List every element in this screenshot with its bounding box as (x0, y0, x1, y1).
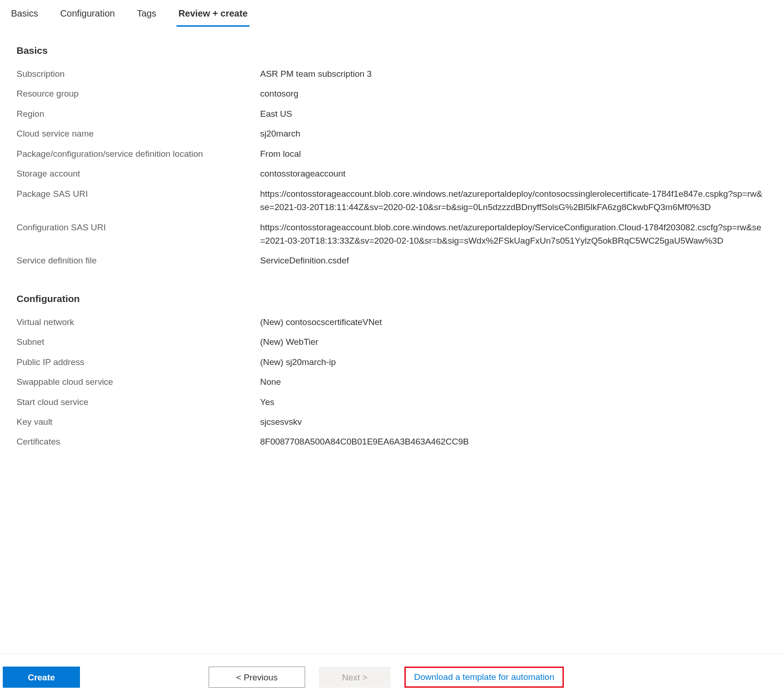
value-region: East US (260, 107, 766, 120)
label-virtual-network: Virtual network (17, 315, 260, 329)
label-package-sas-uri: Package SAS URI (17, 187, 260, 200)
value-service-definition-file: ServiceDefinition.csdef (260, 254, 766, 267)
row-region: Region East US (17, 107, 767, 120)
tab-basics[interactable]: Basics (9, 5, 40, 27)
value-start-cloud-service: Yes (260, 395, 766, 409)
value-subnet: (New) WebTier (260, 335, 766, 348)
next-button: Next > (319, 667, 391, 688)
tab-review-create[interactable]: Review + create (176, 5, 250, 27)
content-area: Basics Subscription ASR PM team subscrip… (0, 27, 784, 474)
row-storage-account: Storage account contosstorageaccount (17, 167, 767, 180)
configuration-section: Configuration Virtual network (New) cont… (17, 293, 767, 449)
row-certificates: Certificates 8F0087708A500A84C0B01E9EA6A… (17, 435, 767, 448)
row-start-cloud-service: Start cloud service Yes (17, 395, 767, 409)
row-configuration-sas-uri: Configuration SAS URI https://contosstor… (17, 221, 767, 248)
row-subscription: Subscription ASR PM team subscription 3 (17, 67, 767, 80)
value-configuration-sas-uri: https://contosstorageaccount.blob.core.w… (260, 221, 766, 248)
label-public-ip-address: Public IP address (17, 355, 260, 369)
value-package-location: From local (260, 147, 766, 160)
value-cloud-service-name: sj20march (260, 127, 766, 140)
create-button[interactable]: Create (3, 667, 80, 688)
value-storage-account: contosstorageaccount (260, 167, 766, 180)
label-service-definition-file: Service definition file (17, 254, 260, 267)
row-resource-group: Resource group contosorg (17, 87, 767, 100)
label-key-vault: Key vault (17, 415, 260, 428)
label-start-cloud-service: Start cloud service (17, 395, 260, 409)
value-subscription: ASR PM team subscription 3 (260, 67, 766, 80)
value-public-ip-address: (New) sj20march-ip (260, 355, 766, 369)
row-package-sas-uri: Package SAS URI https://contosstorageacc… (17, 187, 767, 214)
label-resource-group: Resource group (17, 87, 260, 100)
value-package-sas-uri: https://contosstorageaccount.blob.core.w… (260, 187, 766, 214)
tab-bar: Basics Configuration Tags Review + creat… (0, 0, 784, 27)
label-storage-account: Storage account (17, 167, 260, 180)
label-region: Region (17, 107, 260, 120)
row-cloud-service-name: Cloud service name sj20march (17, 127, 767, 140)
configuration-heading: Configuration (17, 293, 767, 304)
row-public-ip-address: Public IP address (New) sj20march-ip (17, 355, 767, 369)
label-subnet: Subnet (17, 335, 260, 348)
value-resource-group: contosorg (260, 87, 766, 100)
footer-bar: Create < Previous Next > Download a temp… (0, 658, 784, 696)
tab-tags[interactable]: Tags (135, 5, 158, 27)
value-virtual-network: (New) contosocscertificateVNet (260, 315, 766, 329)
row-swappable-cloud-service: Swappable cloud service None (17, 375, 767, 388)
label-subscription: Subscription (17, 67, 260, 80)
row-virtual-network: Virtual network (New) contosocscertifica… (17, 315, 767, 329)
label-cloud-service-name: Cloud service name (17, 127, 260, 140)
value-swappable-cloud-service: None (260, 375, 766, 388)
label-swappable-cloud-service: Swappable cloud service (17, 375, 260, 388)
previous-button[interactable]: < Previous (209, 667, 305, 688)
footer-divider (0, 653, 784, 654)
download-template-link[interactable]: Download a template for automation (404, 667, 564, 688)
tab-configuration[interactable]: Configuration (58, 5, 117, 27)
label-certificates: Certificates (17, 435, 260, 448)
basics-heading: Basics (17, 45, 767, 56)
value-certificates: 8F0087708A500A84C0B01E9EA6A3B463A462CC9B (260, 435, 766, 448)
value-key-vault: sjcsesvskv (260, 415, 766, 428)
row-subnet: Subnet (New) WebTier (17, 335, 767, 348)
label-configuration-sas-uri: Configuration SAS URI (17, 221, 260, 234)
row-service-definition-file: Service definition file ServiceDefinitio… (17, 254, 767, 267)
row-package-location: Package/configuration/service definition… (17, 147, 767, 160)
basics-section: Basics Subscription ASR PM team subscrip… (17, 45, 767, 268)
label-package-location: Package/configuration/service definition… (17, 147, 260, 160)
row-key-vault: Key vault sjcsesvskv (17, 415, 767, 428)
